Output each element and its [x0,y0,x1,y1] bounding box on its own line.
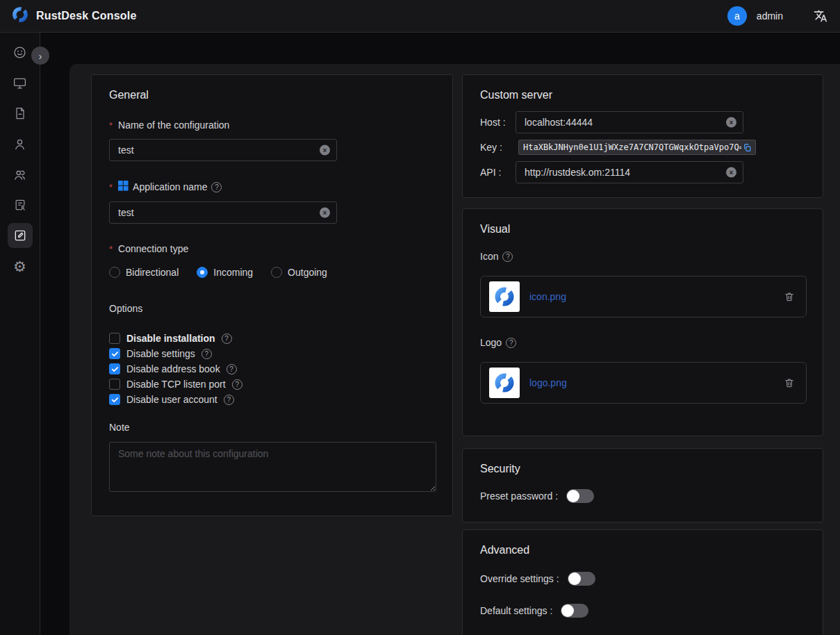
edit-configuration-icon [13,229,27,242]
preset-password-toggle[interactable] [566,489,594,503]
override-settings-toggle[interactable] [568,572,595,586]
checkbox[interactable] [109,363,120,374]
help-icon[interactable]: ? [224,395,234,405]
logo-thumbnail [489,368,520,398]
connection-type-label: * Connection type [109,243,435,254]
logo-file-box: logo.png [480,362,807,404]
windows-logo-icon [118,181,129,193]
general-card: General * Name of the configuration × * … [91,74,453,516]
icon-file-box: icon.png [480,276,807,318]
radio-bidirectional[interactable]: Bidirectional [109,267,179,278]
help-icon[interactable]: ? [232,379,242,390]
sidebar-item-devices[interactable] [8,70,33,95]
note-label: Note [109,422,435,433]
security-card: Security Preset password : [462,448,823,522]
help-icon[interactable]: ? [222,333,232,344]
host-input-wrap: × [516,111,743,133]
option-disable-address-book: Disable address book ? [109,363,435,374]
delete-trash-icon[interactable] [784,377,795,388]
option-disable-user-account: Disable user account ? [109,394,435,405]
checkbox[interactable] [109,348,120,359]
sidebar-item-users[interactable] [8,131,33,156]
sidebar-item-settings[interactable]: ⚙ [8,254,33,279]
options-label: Options [109,303,435,314]
host-input[interactable] [516,117,743,128]
monitor-icon [13,76,27,90]
checkbox[interactable] [109,379,120,390]
override-settings-label: Override settings : [480,573,559,584]
api-row: API : × [480,161,805,183]
clear-icon[interactable]: × [320,208,330,218]
smiley-status-icon [13,45,27,60]
users-group-icon [13,167,27,182]
visual-title: Visual [480,223,805,236]
general-title: General [109,89,435,101]
api-input[interactable] [516,167,743,178]
copy-icon[interactable] [741,142,752,153]
help-icon[interactable]: ? [506,338,516,348]
option-disable-installation: Disable installation ? [109,333,435,344]
clear-icon[interactable]: × [726,167,736,178]
sidebar-item-groups[interactable] [8,162,33,187]
app-title: RustDesk Console [36,10,137,22]
icon-label: Icon ? [480,251,805,262]
sidebar-item-configurations[interactable] [8,223,33,248]
username[interactable]: admin [757,10,783,22]
topbar-right: a admin [727,6,829,26]
default-settings-toggle[interactable] [561,604,588,618]
advanced-card: Advanced Override settings : Default set… [462,529,823,635]
application-name-label: * Application name ? [109,181,435,193]
preset-password-row: Preset password : [480,489,805,503]
sidebar-item-audit[interactable] [8,192,33,217]
sidebar-item-documents[interactable] [8,101,33,126]
clear-icon[interactable]: × [726,117,736,128]
help-icon[interactable]: ? [211,182,222,192]
language-translate-icon[interactable] [812,8,829,24]
delete-trash-icon[interactable] [784,291,795,302]
icon-thumbnail [489,281,520,312]
chevron-right-icon: › [39,50,42,62]
logo-label: Logo ? [480,337,805,348]
required-asterisk: * [109,182,113,192]
sidebar-item-status[interactable] [8,40,33,65]
settings-gear-icon: ⚙ [13,259,26,274]
application-name-input-wrap: × [109,201,337,224]
help-icon[interactable]: ? [502,251,513,262]
icon-file-link[interactable]: icon.png [529,291,566,302]
connection-type-radios: Bidirectional Incoming Outgoing [109,267,435,278]
note-textarea[interactable] [109,442,436,492]
custom-server-card: Custom server Host : × Key : HtaXBkJNHyn… [462,74,823,198]
clear-icon[interactable]: × [320,145,330,156]
radio-incoming[interactable]: Incoming [197,267,253,278]
logo-file-link[interactable]: logo.png [529,377,567,388]
avatar[interactable]: a [727,6,747,26]
visual-card: Visual Icon ? icon.png Lo [462,208,823,436]
config-name-input[interactable] [110,145,336,156]
checkbox[interactable] [109,333,120,344]
default-settings-label: Default settings : [480,605,552,616]
custom-server-title: Custom server [480,89,805,101]
radio-dot[interactable] [197,267,208,278]
application-name-input[interactable] [110,207,336,218]
topbar: RustDesk Console a admin [0,0,840,33]
config-name-input-wrap: × [109,139,337,161]
sidebar: ⚙ [0,33,40,635]
radio-dot[interactable] [109,267,120,278]
checkbox[interactable] [109,394,120,405]
radio-dot[interactable] [271,267,282,278]
sidebar-expand-button[interactable]: › [31,47,49,65]
config-name-label: * Name of the configuration [109,119,435,131]
preset-password-label: Preset password : [480,490,558,502]
host-label: Host : [480,117,516,128]
help-icon[interactable]: ? [201,349,212,359]
option-disable-settings: Disable settings ? [109,348,435,359]
key-value-box: HtaXBkJNHyn0e1U1jWXze7A7CN7QTGWqxkOtpaVp… [518,140,756,155]
default-settings-row: Default settings : [480,604,805,618]
override-settings-row: Override settings : [480,572,805,586]
help-icon[interactable]: ? [227,364,237,374]
key-value: HtaXBkJNHyn0e1U1jWXze7A7CN7QTGWqxkOtpaVp… [523,142,741,152]
radio-outgoing[interactable]: Outgoing [271,267,327,278]
audit-log-icon [13,198,27,212]
brand: RustDesk Console [11,6,137,26]
main-content: General * Name of the configuration × * … [69,64,840,635]
